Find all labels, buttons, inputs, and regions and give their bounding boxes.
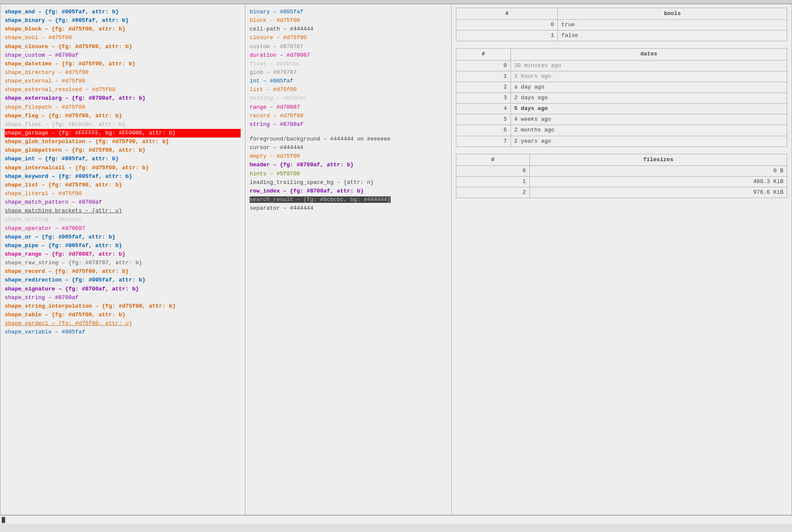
mid-entry-header: header – {fg: #8700af, attr: b} (250, 161, 447, 169)
mid-entry-float: float – #bcbcbc (250, 60, 447, 68)
left-entry-shape_variable: shape_variable – #005faf (5, 328, 241, 336)
left-entry-shape_external: shape_external – #d75f00 (5, 77, 241, 86)
left-entry-shape_binary: shape_binary – {fg: #005faf, attr: b} (5, 16, 241, 25)
left-entry-shape_list: shape_list – {fg: #d75f00, attr: b} (5, 181, 241, 190)
table-row: 13 hours ago (456, 71, 787, 82)
theme-bar (0, 0, 792, 4)
left-entry-shape_external_resolved: shape_external_resolved – #d75f00 (5, 86, 241, 94)
table-row: 2a day ago (456, 82, 787, 92)
table-row: 030 minutes ago (456, 60, 787, 71)
table-row: 32 days ago (456, 92, 787, 103)
left-entry-shape_directory: shape_directory – #d75f00 (5, 68, 241, 77)
mid-entry-record: record – #d75f00 (250, 112, 447, 120)
left-entry-shape_garbage: shape_garbage – {fg: #FFFFFF, bg: #FF000… (5, 129, 241, 138)
mid-entry-int: int – #005faf (250, 77, 447, 86)
dates-col-val: dates (511, 49, 787, 60)
left-entry-shape_datetime: shape_datetime – {fg: #d75f00, attr: b} (5, 60, 241, 68)
left-entry-shape_string_interpolation: shape_string_interpolation – {fg: #d75f0… (5, 302, 241, 311)
left-entry-shape_matching_brackets: shape_matching_brackets – {attr: u} (5, 207, 241, 215)
left-entry-shape_string: shape_string – #8700af (5, 294, 241, 302)
left-entry-shape_match_pattern: shape_match_pattern – #8700af (5, 198, 241, 207)
left-entry-shape_int: shape_int – {fg: #005faf, attr: b} (5, 155, 241, 163)
left-entry-shape_signature: shape_signature – {fg: #8700af, attr: b} (5, 285, 241, 294)
table-row: 0true (456, 20, 787, 31)
left-entry-shape_and: shape_and – {fg: #005faf, attr: b} (5, 8, 241, 16)
table-row: 45 days ago (456, 104, 787, 114)
left-entry-shape_range: shape_range – {fg: #d70087, attr: b} (5, 250, 241, 259)
dates-table: # dates 030 minutes ago13 hours ago2a da… (456, 48, 787, 147)
left-entry-shape_filepath: shape_filepath – #d75f00 (5, 103, 241, 112)
table-row: 54 weeks ago (456, 114, 787, 125)
dates-col-num: # (456, 49, 511, 60)
left-entry-shape_internalcall: shape_internalcall – {fg: #d75f00, attr:… (5, 164, 241, 172)
table-row: 72 years ago (456, 136, 787, 147)
left-entry-shape_or: shape_or – {fg: #005faf, attr: b} (5, 233, 241, 242)
table-row: 1488.3 KiB (456, 176, 787, 187)
mid-entry-search_result: search_result – {fg: #bcbcbc, bg: #44444… (250, 196, 447, 204)
mid-entry-range: range – #d70087 (250, 103, 447, 112)
mid-entry-binary: binary – #005faf (250, 8, 447, 16)
left-entry-shape_closure: shape_closure – {fg: #d75f00, attr: b} (5, 43, 241, 51)
mid-entry-block: block – #d75f00 (250, 16, 447, 25)
mid-entry-separator: separator – #444444 (250, 204, 447, 213)
left-entry-shape_globpattern: shape_globpattern – {fg: #d75f00, attr: … (5, 146, 241, 155)
left-entry-shape_vardecl: shape_vardecl – {fg: #d75f00, attr: u} (5, 319, 241, 328)
left-entry-shape_float: shape_float – {fg: #bcbcbc, attr: b} (5, 120, 241, 129)
mid-entry-hints: hints – #5f8700 (250, 170, 447, 178)
mid-entry-list: list – #d75f00 (250, 86, 447, 94)
mid-entry-leading_trailing_space_bg: leading_trailing_space_bg – {attr: n} (250, 178, 447, 187)
left-entry-shape_table: shape_table – {fg: #d75f00, attr: b} (5, 311, 241, 319)
filesizes-col-num: # (456, 154, 530, 165)
table-row: 00 B (456, 165, 787, 176)
right-tables: # bools 0true1false # dates 030 minutes … (456, 8, 787, 198)
bools-col-val: bools (558, 8, 787, 20)
right-column: # bools 0true1false # dates 030 minutes … (452, 4, 792, 515)
middle-column: binary – #005fafblock – #d75f00cell-path… (245, 4, 452, 515)
mid-entry-glob: glob – #878787 (250, 68, 447, 77)
mid-entry-row_index: row_index – {fg: #8700af, attr: b} (250, 187, 447, 196)
search-result-highlight: search_result – {fg: #bcbcbc, bg: #44444… (250, 196, 391, 203)
left-entry-shape_operator: shape_operator – #d70087 (5, 224, 241, 233)
bools-table: # bools 0true1false (456, 8, 787, 41)
mid-entry-cell-path: cell-path – #444444 (250, 25, 447, 34)
filesizes-col-val: filesizes (529, 154, 787, 165)
left-entry-shape_record: shape_record – {fg: #d75f00, attr: b} (5, 267, 241, 276)
table-row: 62 months ago (456, 125, 787, 136)
mid-entry-closure: closure – #d75f00 (250, 34, 447, 42)
main-container: shape_and – {fg: #005faf, attr: b}shape_… (0, 4, 792, 515)
left-entry-shape_block: shape_block – {fg: #d75f00, attr: b} (5, 25, 241, 34)
mid-entry-foreground_background: foreground/background – #444444 on #eeee… (250, 135, 447, 144)
left-entry-shape_flag: shape_flag – {fg: #d75f00, attr: b} (5, 112, 241, 120)
left-entry-shape_nothing: shape_nothing – #bcbcbc (5, 215, 241, 224)
left-entry-shape_raw_string: shape_raw_string – {fg: #878787, attr: b… (5, 259, 241, 267)
mid-entry-empty: empty – #d75f00 (250, 152, 447, 161)
table-row: 1false (456, 31, 787, 41)
mid-entry-cursor: cursor – #444444 (250, 144, 447, 152)
left-entry-shape_keyword: shape_keyword – {fg: #005faf, attr: b} (5, 172, 241, 181)
mid-entry-custom: custom – #878787 (250, 43, 447, 51)
left-entry-shape_literal: shape_literal – #d75f00 (5, 190, 241, 198)
left-entry-shape_bool: shape_bool – #d75f00 (5, 34, 241, 42)
bools-col-num: # (456, 8, 558, 20)
table-row: 2976.6 KiB (456, 187, 787, 198)
mid-entry-string: string – #8700af (250, 120, 447, 129)
filesizes-table: # filesizes 00 B1488.3 KiB2976.6 KiB (456, 154, 787, 199)
cursor-block (2, 517, 5, 523)
left-column: shape_and – {fg: #005faf, attr: b}shape_… (0, 4, 245, 515)
left-entry-shape_redirection: shape_redirection – {fg: #005faf, attr: … (5, 276, 241, 284)
left-entry-shape_pipe: shape_pipe – {fg: #005faf, attr: b} (5, 242, 241, 250)
left-entry-shape_externalarg: shape_externalarg – {fg: #8700af, attr: … (5, 94, 241, 103)
left-entry-shape_glob_interpolation: shape_glob_interpolation – {fg: #d75f00,… (5, 138, 241, 146)
left-entry-shape_custom: shape_custom – #8700af (5, 51, 241, 60)
mid-entry-duration: duration – #d70087 (250, 51, 447, 60)
mid-entry-nothing: nothing – #bcbcbc (250, 94, 447, 103)
